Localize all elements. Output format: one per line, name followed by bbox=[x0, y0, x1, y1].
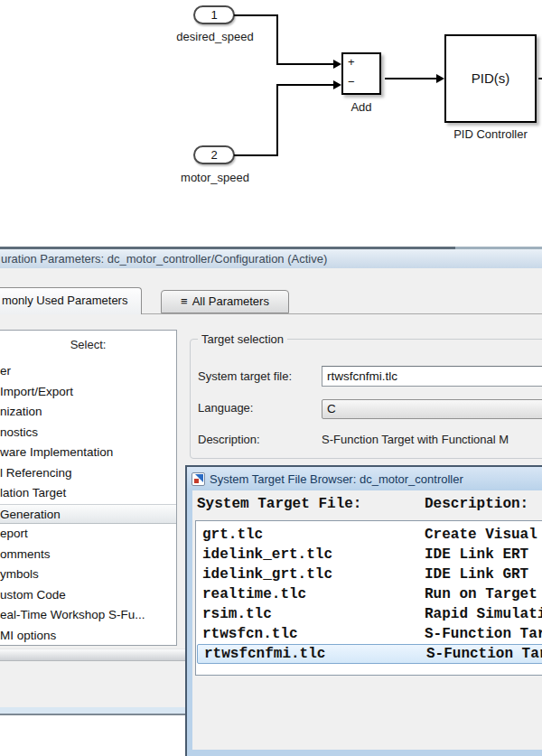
inport-1-label: desired_speed bbox=[176, 30, 253, 43]
wire-to-add-minus bbox=[276, 84, 333, 86]
column-header-description: Description: bbox=[425, 496, 528, 512]
add-block[interactable]: + − bbox=[341, 52, 381, 95]
tab-active-label: monly Used Parameters bbox=[2, 294, 127, 307]
file-description: IDE Link ERT bbox=[425, 545, 528, 565]
tree-item-custom-code[interactable]: ustom Code bbox=[0, 585, 176, 606]
file-description: IDE Link GRT bbox=[425, 565, 528, 584]
list-item-grt[interactable]: grt.tlc Create Visual bbox=[196, 525, 542, 545]
list-icon: ≡ bbox=[181, 294, 188, 308]
tree-item-data-import-export[interactable]: Import/Export bbox=[0, 382, 176, 403]
group-label: Target selection bbox=[198, 332, 287, 346]
tree-item-comments[interactable]: omments bbox=[0, 545, 176, 565]
category-tree-panel: Select: er Import/Export nization nostic… bbox=[0, 330, 177, 646]
add-plus-sign: + bbox=[348, 55, 355, 69]
tree-item-symbols[interactable]: ymbols bbox=[0, 565, 176, 585]
file-description: S-Function Tar bbox=[425, 624, 542, 644]
tree-item-optimization[interactable]: nization bbox=[0, 402, 176, 423]
wire-add-to-pid bbox=[385, 78, 436, 79]
file-description: Rapid Simulati bbox=[425, 604, 542, 624]
pid-block-label: PID Controller bbox=[453, 127, 528, 141]
list-item-idelink-ert[interactable]: idelink_ert.tlc IDE Link ERT bbox=[196, 545, 542, 565]
column-header-file: System Target File: bbox=[197, 496, 361, 512]
wire-inport1 bbox=[234, 14, 278, 16]
screen: 1 desired_speed 2 motor_speed + − Add PI… bbox=[0, 0, 542, 756]
inport-1[interactable]: 1 bbox=[193, 5, 235, 24]
file-description: S-Function Tar bbox=[426, 645, 542, 663]
arrowhead-add-minus bbox=[333, 80, 341, 89]
tree-item-simulation-target[interactable]: lation Target bbox=[0, 483, 176, 504]
tree-item-fmi-options[interactable]: MI options bbox=[0, 626, 176, 647]
browser-titlebar[interactable]: System Target File Browser: dc_motor_con… bbox=[187, 467, 542, 490]
tree-header: Select: bbox=[0, 331, 176, 361]
pid-controller-block[interactable]: PID(s) bbox=[444, 34, 537, 123]
tree-item-diagnostics[interactable]: nostics bbox=[0, 423, 176, 443]
wire-to-add-plus bbox=[276, 63, 333, 65]
file-name: idelink_grt.tlc bbox=[202, 565, 332, 584]
tree-item-code-generation[interactable]: Generation bbox=[0, 504, 176, 525]
list-item-rtwsfcn[interactable]: rtwsfcn.tlc S-Function Tar bbox=[196, 624, 542, 644]
target-selection-group: Target selection System target file: rtw… bbox=[190, 339, 542, 459]
file-name: rtwsfcn.tlc bbox=[202, 624, 298, 644]
tree-item-model-referencing[interactable]: l Referencing bbox=[0, 463, 176, 484]
system-target-file-label: System target file: bbox=[198, 369, 292, 383]
inport-2-label: motor_speed bbox=[181, 171, 249, 184]
inport-2-number: 2 bbox=[210, 148, 217, 162]
tree-item-hardware-implementation[interactable]: ware Implementation bbox=[0, 443, 176, 463]
language-label: Language: bbox=[198, 401, 253, 415]
browser-title: System Target File Browser: dc_motor_con… bbox=[210, 472, 463, 486]
list-item-rtwsfcnfmi-selected[interactable]: rtwsfcnfmi.tlc S-Function Tar bbox=[197, 644, 542, 664]
simulink-icon bbox=[192, 472, 205, 486]
file-description: Create Visual bbox=[425, 525, 537, 545]
wire-inport2-up bbox=[276, 86, 278, 156]
list-item-rsim[interactable]: rsim.tlc Rapid Simulati bbox=[196, 604, 542, 624]
file-name: rsim.tlc bbox=[202, 604, 272, 624]
description-label: Description: bbox=[198, 433, 260, 446]
tab-commonly-used-parameters[interactable]: monly Used Parameters bbox=[0, 287, 142, 314]
pid-block-text: PID(s) bbox=[472, 70, 510, 86]
file-name: idelink_ert.tlc bbox=[202, 545, 332, 565]
wire-pid-out bbox=[538, 78, 542, 79]
tab-all-label: All Parameters bbox=[192, 294, 269, 308]
inport-1-number: 1 bbox=[210, 8, 217, 22]
wire-inport2 bbox=[234, 154, 278, 156]
arrowhead-add-plus bbox=[333, 60, 341, 69]
description-value: S-Function Target with Functional M bbox=[322, 433, 509, 446]
dialog-titlebar[interactable]: uration Parameters: dc_motor_controller/… bbox=[0, 249, 542, 268]
browser-content: System Target File: Description: grt.tlc… bbox=[192, 490, 542, 750]
system-target-file-browser-dialog: System Target File Browser: dc_motor_con… bbox=[185, 465, 542, 756]
list-item-realtime[interactable]: realtime.tlc Run on Target bbox=[196, 584, 542, 604]
file-name: grt.tlc bbox=[202, 525, 263, 545]
add-minus-sign: − bbox=[348, 75, 355, 89]
file-name: rtwsfcnfmi.tlc bbox=[204, 645, 325, 663]
language-dropdown[interactable]: C bbox=[322, 399, 542, 419]
tab-all-parameters[interactable]: ≡All Parameters bbox=[161, 290, 289, 313]
system-target-file-input[interactable]: rtwsfcnfmi.tlc bbox=[322, 366, 542, 387]
inport-2[interactable]: 2 bbox=[193, 145, 235, 164]
file-description: Run on Target bbox=[425, 584, 537, 604]
list-item-idelink-grt[interactable]: idelink_grt.tlc IDE Link GRT bbox=[196, 565, 542, 584]
tree-item-report[interactable]: eport bbox=[0, 524, 176, 545]
tree-item-solver[interactable]: er bbox=[0, 361, 176, 382]
add-block-label: Add bbox=[350, 100, 371, 114]
wire-inport1-down bbox=[276, 14, 278, 65]
target-file-list: grt.tlc Create Visual idelink_ert.tlc ID… bbox=[195, 520, 542, 676]
tree-item-rtw-sfunction[interactable]: eal-Time Workshop S-Fu... bbox=[0, 605, 176, 626]
file-name: realtime.tlc bbox=[202, 584, 306, 604]
arrowhead-pid-in bbox=[436, 74, 444, 83]
